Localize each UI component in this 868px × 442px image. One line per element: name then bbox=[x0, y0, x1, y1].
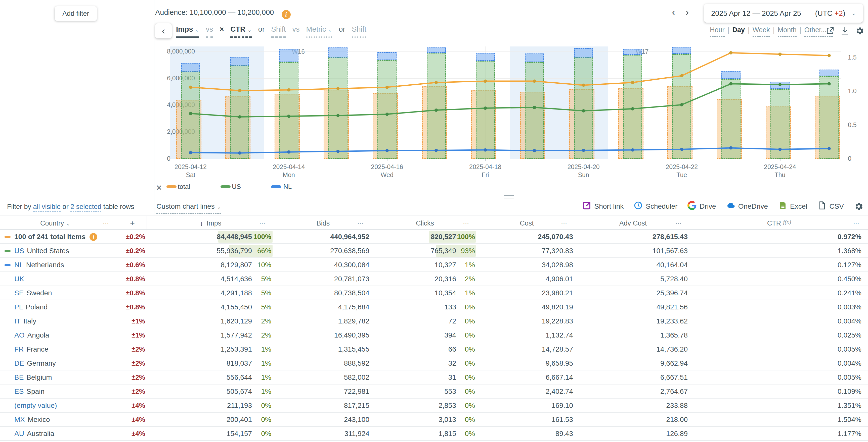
country-code-link[interactable]: AO bbox=[14, 331, 24, 339]
table-row[interactable]: AOAngola±1%1,577,9422%16,490,3953940%1,1… bbox=[0, 328, 868, 342]
nl-ctr-line-point[interactable] bbox=[287, 150, 290, 154]
add-filter-button[interactable]: Add filter bbox=[55, 6, 97, 21]
country-code-link[interactable]: PL bbox=[14, 303, 23, 311]
table-row[interactable]: SESweden±0.8%4,291,1885%80,738,50410,354… bbox=[0, 286, 868, 300]
country-code-link[interactable]: AU bbox=[14, 430, 24, 438]
column-menu-icon[interactable]: ⋯ bbox=[259, 220, 266, 227]
total-ctr-line-point[interactable] bbox=[533, 79, 536, 83]
us-ctr-line-point[interactable] bbox=[484, 106, 487, 110]
export-scheduler[interactable]: Scheduler bbox=[634, 201, 677, 212]
country-code-link[interactable]: UK bbox=[14, 275, 24, 283]
table-row[interactable]: MXMexico±4%200,4010%243,1003,0130%161.53… bbox=[0, 413, 868, 427]
us-ctr-line-point[interactable] bbox=[729, 82, 733, 86]
column-menu-icon[interactable]: ⋯ bbox=[103, 220, 110, 227]
total-ctr-line-point[interactable] bbox=[336, 87, 339, 90]
nl-ctr-line-point[interactable] bbox=[828, 147, 831, 150]
table-row[interactable]: AUAustralia±4%154,1570%311,9241,8150%89.… bbox=[0, 427, 868, 441]
table-row[interactable]: 100 of 241 total itemsi±0.2%84,448,94510… bbox=[0, 230, 868, 244]
nl-ctr-line-point[interactable] bbox=[533, 149, 536, 152]
column-header-ctr[interactable]: CTRf(x)⋯ bbox=[690, 216, 868, 231]
us-ctr-line-point[interactable] bbox=[434, 108, 438, 112]
us-ctr-line-point[interactable] bbox=[680, 103, 683, 106]
custom-chart-lines-dropdown[interactable]: Custom chart lines⌄ bbox=[156, 202, 221, 214]
us-ctr-line-point[interactable] bbox=[189, 112, 192, 115]
country-code-link[interactable]: ES bbox=[14, 387, 24, 396]
column-header-country[interactable]: Country⌄⋯ bbox=[0, 216, 118, 231]
nl-ctr-line-point[interactable] bbox=[189, 151, 192, 154]
us-ctr-line-point[interactable] bbox=[336, 114, 339, 117]
total-ctr-line-point[interactable] bbox=[434, 81, 438, 84]
nl-ctr-line[interactable] bbox=[191, 148, 829, 153]
nl-ctr-line-point[interactable] bbox=[385, 149, 389, 152]
export-csv[interactable]: CSV bbox=[817, 201, 844, 212]
column-header-clicks[interactable]: Clicks⋯ bbox=[372, 216, 478, 231]
total-ctr-line-point[interactable] bbox=[828, 54, 831, 57]
table-settings-gear-icon[interactable] bbox=[854, 202, 864, 211]
combo-chart-plot[interactable]: 02,000,0004,000,0006,000,0008,000,00000.… bbox=[170, 46, 841, 159]
us-ctr-line-point[interactable] bbox=[533, 106, 536, 109]
table-row[interactable]: USUnited States±0.2%55,936,79966%270,638… bbox=[0, 244, 868, 258]
nl-ctr-line-point[interactable] bbox=[434, 149, 438, 152]
filter-selected-link[interactable]: 2 selected bbox=[70, 203, 101, 212]
nl-ctr-line-point[interactable] bbox=[729, 146, 733, 150]
nl-ctr-line-point[interactable] bbox=[484, 148, 487, 152]
nl-ctr-line-point[interactable] bbox=[582, 149, 585, 152]
table-row[interactable]: (empty value)±4%211,1930%817,2152,8530%1… bbox=[0, 399, 868, 413]
column-header-add[interactable]: + bbox=[118, 216, 147, 231]
us-ctr-line-point[interactable] bbox=[582, 109, 585, 112]
us-ctr-line-point[interactable] bbox=[238, 115, 241, 118]
column-menu-icon[interactable]: ⋯ bbox=[357, 220, 364, 227]
column-menu-icon[interactable]: ⋯ bbox=[853, 220, 860, 227]
country-code-link[interactable]: MX bbox=[14, 416, 25, 424]
nl-ctr-line-point[interactable] bbox=[680, 148, 683, 151]
export-short-link[interactable]: Short link bbox=[582, 201, 624, 212]
total-ctr-line-point[interactable] bbox=[729, 51, 733, 55]
chart-resize-handle[interactable] bbox=[504, 195, 514, 200]
us-ctr-line-point[interactable] bbox=[828, 82, 831, 86]
nl-ctr-line-point[interactable] bbox=[778, 148, 781, 151]
table-row[interactable]: FRFrance±2%1,253,3911%1,315,455660%14,72… bbox=[0, 342, 868, 356]
us-ctr-line-point[interactable] bbox=[385, 112, 389, 116]
legend-close-icon[interactable]: ✕ bbox=[156, 183, 162, 192]
legend-label-total[interactable]: total bbox=[178, 183, 190, 191]
table-row[interactable]: ESSpain±2%505,6741%722,9815530%2,402.742… bbox=[0, 384, 868, 399]
country-code-link[interactable]: SE bbox=[14, 289, 24, 297]
column-header-adv_cost[interactable]: Adv Cost⋯ bbox=[576, 216, 690, 231]
legend-label-nl[interactable]: NL bbox=[283, 183, 292, 191]
us-ctr-line-point[interactable] bbox=[778, 83, 781, 86]
country-code-link[interactable]: IT bbox=[14, 317, 21, 325]
export-excel[interactable]: Excel bbox=[778, 201, 807, 212]
column-menu-icon[interactable]: ⋯ bbox=[463, 220, 469, 227]
column-header-cost[interactable]: Cost⋯ bbox=[478, 216, 576, 231]
total-ctr-line-point[interactable] bbox=[680, 74, 683, 77]
total-ctr-line[interactable] bbox=[191, 53, 829, 91]
country-code-link[interactable]: NL bbox=[14, 261, 23, 269]
country-code-link[interactable]: BE bbox=[14, 373, 24, 381]
export-onedrive[interactable]: OneDrive bbox=[726, 201, 768, 212]
column-menu-icon[interactable]: ⋯ bbox=[561, 220, 567, 227]
country-code-link[interactable]: DE bbox=[14, 360, 24, 367]
table-row[interactable]: BEBelgium±2%556,6441%582,002310%6,667.14… bbox=[0, 370, 868, 384]
column-menu-icon[interactable]: ⋯ bbox=[675, 220, 682, 227]
total-ctr-line-point[interactable] bbox=[287, 89, 290, 92]
country-code-link[interactable]: FR bbox=[14, 345, 24, 353]
total-ctr-line-point[interactable] bbox=[189, 86, 192, 89]
table-row[interactable]: UK±0.8%4,514,6365%20,781,07320,3162%4,90… bbox=[0, 272, 868, 286]
total-ctr-line-point[interactable] bbox=[385, 86, 389, 89]
sort-desc-icon[interactable]: ↓ bbox=[200, 219, 205, 227]
table-row[interactable]: DEGermany±2%818,0371%888,592320%9,658.95… bbox=[0, 356, 868, 370]
table-row[interactable]: NLNetherlands±0.6%8,129,80710%40,300,084… bbox=[0, 258, 868, 272]
filter-all-visible-link[interactable]: all visible bbox=[33, 203, 61, 212]
us-ctr-line-point[interactable] bbox=[287, 114, 290, 118]
nl-ctr-line-point[interactable] bbox=[238, 151, 241, 155]
legend-label-us[interactable]: US bbox=[232, 183, 241, 191]
export-drive[interactable]: Drive bbox=[687, 201, 716, 212]
column-header-bids[interactable]: Bids⋯ bbox=[274, 216, 372, 231]
nl-ctr-line-point[interactable] bbox=[336, 150, 339, 153]
country-code-link[interactable]: US bbox=[14, 247, 24, 255]
table-row[interactable]: ITItaly±1%1,620,1292%1,829,782720%19,228… bbox=[0, 314, 868, 328]
us-ctr-line[interactable] bbox=[191, 84, 829, 117]
total-items-info-icon[interactable]: i bbox=[90, 233, 97, 241]
add-column-button[interactable]: + bbox=[130, 219, 135, 228]
column-header-imps[interactable]: ↓ Imps⋯ bbox=[147, 216, 274, 231]
